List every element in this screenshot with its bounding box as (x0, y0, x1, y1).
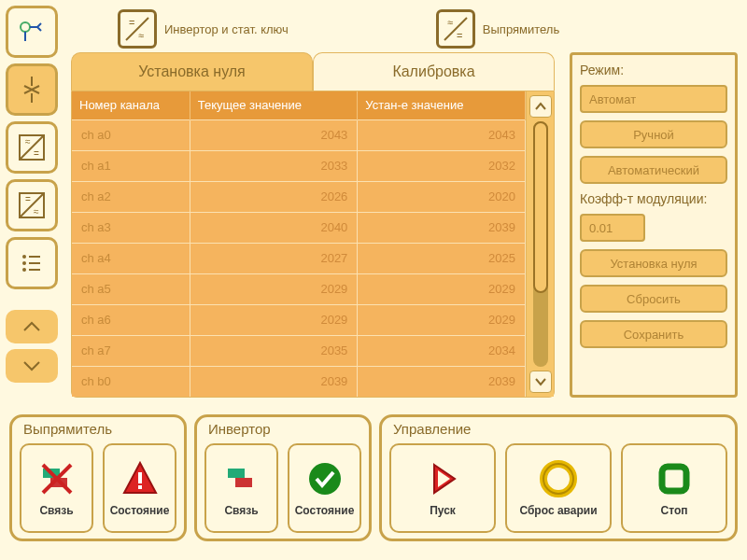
device-tab-label: Выпрямитель (483, 22, 559, 36)
cell-current: 2027 (190, 243, 358, 273)
mode-label: Режим: (580, 63, 727, 77)
svg-text:=: = (129, 17, 134, 28)
rail-zero-button[interactable] (6, 63, 58, 116)
svg-point-9 (22, 268, 26, 272)
cell-current: 2035 (190, 335, 358, 366)
cell-channel: ch a3 (72, 212, 190, 243)
svg-point-20 (309, 463, 341, 495)
cell-channel: ch a7 (72, 335, 190, 366)
table-row[interactable]: ch a520292029 (72, 273, 526, 304)
cell-channel: ch a6 (72, 304, 190, 335)
cell-set: 2039 (358, 212, 526, 243)
stop-button[interactable]: Стоп (621, 443, 727, 533)
col-current: Текущее значение (190, 91, 358, 119)
scroll-thumb[interactable] (533, 121, 548, 293)
cell-channel: ch a4 (72, 243, 190, 273)
col-set: Устан-е значение (358, 91, 526, 119)
device-tab-rectifier[interactable]: ≈= Выпрямитель (427, 6, 569, 52)
svg-text:≈: ≈ (25, 136, 31, 147)
rail-rectifier-button[interactable]: =≈ (6, 179, 58, 231)
manual-button[interactable]: Ручной (580, 120, 727, 148)
group-control: Управление Пуск Сброс аварии Стоп (379, 414, 738, 541)
svg-point-22 (543, 464, 573, 494)
item-label: Состояние (295, 504, 355, 517)
group-inverter: Инвертор Связь Состояние (194, 414, 372, 541)
table-row[interactable]: ch a120332032 (72, 150, 526, 181)
svg-point-8 (22, 261, 26, 265)
svg-rect-23 (662, 467, 686, 491)
rail-schematic-button[interactable] (6, 6, 58, 58)
rail-down-button[interactable] (6, 349, 58, 383)
device-tab-label: Инвертор и стат. ключ (164, 22, 289, 36)
svg-rect-18 (228, 469, 245, 478)
rect-state-button[interactable]: Состояние (103, 443, 176, 533)
reset-button[interactable]: Сбросить (580, 285, 727, 313)
start-button[interactable]: Пуск (389, 443, 496, 533)
cell-channel: ch a1 (72, 150, 190, 181)
rect-link-button[interactable]: Связь (20, 443, 93, 533)
zero-button[interactable]: Установка нуля (580, 249, 727, 277)
save-button[interactable]: Сохранить (580, 320, 727, 348)
side-panel: Режим: Автомат Ручной Автоматический Коэ… (570, 52, 738, 398)
inv-link-button[interactable]: Связь (204, 443, 278, 533)
scroll-track[interactable] (533, 121, 548, 367)
table-row[interactable]: ch b020392039 (72, 366, 526, 397)
col-channel: Номер канала (72, 91, 190, 119)
svg-text:=: = (457, 30, 462, 41)
group-title: Управление (389, 421, 727, 440)
item-label: Связь (39, 504, 73, 517)
scroll-up-button[interactable] (529, 95, 552, 118)
rail-list-button[interactable] (6, 237, 58, 289)
cell-channel: ch b0 (72, 366, 190, 397)
channel-table: Номер канала Текущее значение Устан-е зн… (72, 91, 526, 397)
cell-set: 2032 (358, 150, 526, 181)
link-ok-icon (222, 459, 261, 498)
alarm-reset-button[interactable]: Сброс аварии (505, 443, 612, 533)
play-icon (423, 459, 462, 498)
table-row[interactable]: ch a720352034 (72, 335, 526, 366)
svg-rect-19 (235, 478, 252, 487)
svg-rect-17 (138, 485, 142, 489)
table-row[interactable]: ch a420272025 (72, 243, 526, 273)
svg-text:≈: ≈ (138, 30, 144, 41)
rail-inverter-button[interactable]: ≈= (6, 121, 58, 174)
svg-text:=: = (25, 194, 31, 204)
cell-current: 2029 (190, 304, 358, 335)
group-rectifier: Выпрямитель Связь Состояние (9, 414, 187, 541)
cell-current: 2043 (190, 119, 358, 150)
cell-channel: ch a0 (72, 119, 190, 150)
inv-state-button[interactable]: Состояние (288, 443, 361, 533)
coef-value[interactable]: 0.01 (580, 214, 645, 242)
rail-up-button[interactable] (6, 310, 58, 343)
alarm-icon (120, 459, 160, 498)
table-panel: Установка нуля Калибровка Номер канала Т… (71, 52, 555, 398)
cell-channel: ch a2 (72, 181, 190, 212)
scroll-down-button[interactable] (529, 371, 552, 393)
group-title: Выпрямитель (20, 421, 176, 440)
device-tabs: =≈ Инвертор и стат. ключ ≈= Выпрямитель (71, 6, 738, 52)
device-tab-inverter[interactable]: =≈ Инвертор и стат. ключ (108, 6, 298, 52)
item-label: Стоп (661, 504, 688, 517)
left-rail: ≈= =≈ (6, 6, 62, 411)
link-bad-icon (37, 459, 77, 498)
auto-button[interactable]: Автоматический (580, 156, 727, 184)
item-label: Пуск (430, 504, 456, 517)
table-row[interactable]: ch a020432043 (72, 119, 526, 150)
stop-icon (655, 459, 694, 498)
group-title: Инвертор (204, 421, 361, 440)
svg-text:=: = (34, 148, 39, 159)
table-tab-zero[interactable]: Установка нуля (71, 52, 313, 91)
table-tab-calib[interactable]: Калибровка (313, 52, 555, 91)
table-row[interactable]: ch a620292029 (72, 304, 526, 335)
cell-set: 2020 (358, 181, 526, 212)
item-label: Состояние (110, 504, 170, 517)
cell-channel: ch a5 (72, 273, 190, 304)
svg-point-0 (21, 22, 30, 32)
inverter-icon: =≈ (118, 9, 157, 49)
svg-text:≈: ≈ (447, 17, 453, 28)
table-row[interactable]: ch a320402039 (72, 212, 526, 243)
cell-set: 2029 (358, 304, 526, 335)
coef-label: Коэфф-т модуляции: (580, 191, 727, 206)
table-row[interactable]: ch a220262020 (72, 181, 526, 212)
table-scrollbar[interactable] (526, 91, 554, 397)
